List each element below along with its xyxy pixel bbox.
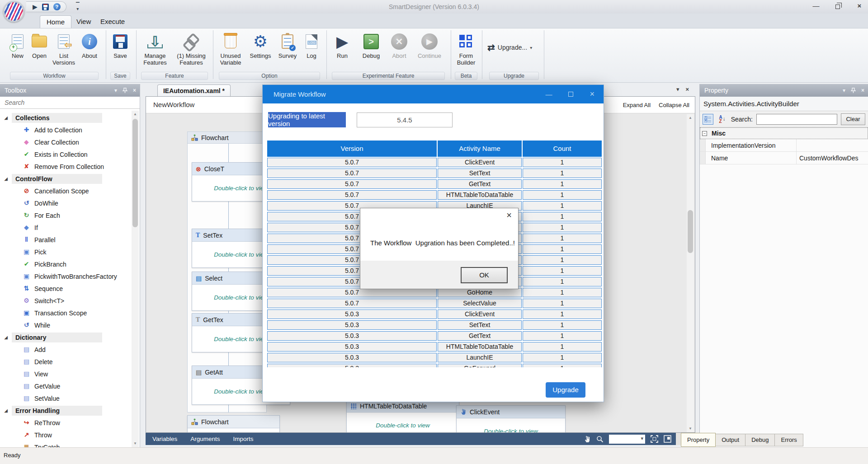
column-version[interactable]: Version bbox=[267, 141, 437, 157]
manage-features-button[interactable]: Manage Features bbox=[139, 30, 171, 66]
toolbox-item[interactable]: Throw bbox=[0, 429, 140, 441]
dialog-minimize-icon[interactable]: — bbox=[545, 85, 552, 103]
property-search-input[interactable] bbox=[756, 114, 837, 125]
toolbox-item[interactable]: Parallel bbox=[0, 234, 140, 246]
toolbox-item[interactable]: For Each bbox=[0, 209, 140, 221]
log-button[interactable]: Log bbox=[301, 30, 322, 59]
toolbox-item[interactable]: PickBranch bbox=[0, 258, 140, 270]
collapse-box-icon[interactable]: − bbox=[702, 131, 707, 136]
close-icon[interactable]: × bbox=[133, 84, 136, 97]
variables-button[interactable]: Variables bbox=[152, 436, 177, 442]
tab-errors[interactable]: Errors bbox=[774, 434, 803, 446]
toolbox-item[interactable]: SetValue bbox=[0, 392, 140, 404]
toolbox-item[interactable]: Transaction Scope bbox=[0, 307, 140, 319]
sort-alphabetical-button[interactable]: AZ↓ bbox=[717, 114, 727, 125]
tab-view[interactable]: View bbox=[70, 15, 97, 28]
toolbox-item[interactable]: GetValue bbox=[0, 380, 140, 392]
pin-icon[interactable] bbox=[851, 88, 856, 94]
open-button[interactable]: Open bbox=[29, 30, 50, 59]
column-count[interactable]: Count bbox=[523, 141, 602, 157]
upgrade-dropdown-button[interactable]: Upgrade... ▾ bbox=[487, 42, 532, 53]
target-version-input[interactable]: 5.4.5 bbox=[357, 112, 453, 127]
dialog-maximize-icon[interactable] bbox=[568, 92, 573, 97]
tab-debug[interactable]: Debug bbox=[745, 434, 775, 446]
toolbox-item[interactable]: If bbox=[0, 221, 140, 234]
canvas-scrollbar[interactable]: ▲ ▼ bbox=[687, 114, 694, 432]
app-logo[interactable] bbox=[3, 1, 24, 22]
zoom-level-select[interactable] bbox=[609, 435, 645, 444]
quick-run-icon[interactable] bbox=[33, 3, 38, 10]
fit-to-screen-icon[interactable] bbox=[651, 435, 658, 443]
toolbox-search[interactable] bbox=[0, 97, 140, 109]
pan-hand-icon[interactable] bbox=[584, 436, 591, 443]
activity-clickevent[interactable]: ClickEvent Double-click to view bbox=[456, 405, 566, 433]
clear-button[interactable]: Clear bbox=[841, 113, 865, 125]
pin-icon[interactable] bbox=[123, 88, 127, 94]
property-value-input[interactable] bbox=[796, 139, 868, 151]
minimize-icon[interactable]: — bbox=[810, 2, 822, 9]
toolbox-item[interactable]: DoWhile bbox=[0, 197, 140, 209]
restore-icon[interactable] bbox=[832, 2, 844, 9]
dialog-close-icon[interactable]: × bbox=[590, 85, 594, 103]
breadcrumb[interactable]: NewWorkflow bbox=[153, 101, 194, 108]
toolbox-item[interactable]: PickwithTwoBranchesFactory bbox=[0, 270, 140, 282]
category-misc[interactable]: − Misc bbox=[700, 127, 868, 139]
activity-htmltabletodatatable[interactable]: HTMLTableToDataTable Double-click to vie… bbox=[346, 399, 459, 433]
continue-button[interactable]: Continue bbox=[415, 30, 444, 59]
categorized-view-button[interactable] bbox=[703, 114, 713, 125]
unused-variable-button[interactable]: Unused Variable bbox=[216, 30, 245, 66]
category-dictionary[interactable]: ◢Dictionary bbox=[0, 331, 140, 343]
toolbox-item[interactable]: Sequence bbox=[0, 282, 140, 295]
arguments-button[interactable]: Arguments bbox=[190, 436, 220, 442]
toolbox-search-input[interactable] bbox=[0, 99, 140, 106]
category-collections[interactable]: ◢Collections bbox=[0, 112, 140, 124]
property-value-input[interactable]: CustomWorkflowDes bbox=[796, 152, 868, 164]
activity-flowchart[interactable]: Flowchart bbox=[187, 415, 280, 433]
customize-toolbar-icon[interactable]: ▔▾ bbox=[76, 3, 80, 11]
zoom-100-icon[interactable] bbox=[664, 435, 671, 443]
toolbox-item[interactable]: Clear Collection bbox=[0, 136, 140, 148]
missing-features-button[interactable]: (1) Missing Features bbox=[173, 30, 210, 66]
column-activity-name[interactable]: Activity Name bbox=[438, 141, 522, 157]
help-icon[interactable]: ? bbox=[53, 3, 61, 10]
save-button[interactable]: Save bbox=[109, 30, 131, 59]
list-versions-button[interactable]: List Versions bbox=[51, 30, 77, 66]
close-icon[interactable]: × bbox=[861, 84, 864, 97]
imports-button[interactable]: Imports bbox=[233, 436, 254, 442]
toolbox-item[interactable]: ReThrow bbox=[0, 417, 140, 429]
tab-property[interactable]: Property bbox=[681, 433, 716, 447]
close-document-icon[interactable]: × bbox=[686, 86, 689, 93]
toolbox-item[interactable]: Cancellation Scope bbox=[0, 185, 140, 197]
toolbox-item[interactable]: Delete bbox=[0, 356, 140, 368]
toolbox-item[interactable]: TryCatch bbox=[0, 441, 140, 447]
toolbox-item[interactable]: While bbox=[0, 319, 140, 331]
tab-home[interactable]: Home bbox=[40, 15, 71, 28]
toolbox-item[interactable]: Remove From Collection bbox=[0, 160, 140, 173]
quick-save-icon[interactable] bbox=[42, 4, 49, 10]
window-position-icon[interactable]: ▾ bbox=[114, 84, 117, 97]
toolbox-scrollbar[interactable]: ▲ ▼ bbox=[132, 111, 139, 447]
run-button[interactable]: Run bbox=[331, 30, 354, 59]
zoom-magnifier-icon[interactable] bbox=[596, 436, 604, 443]
expand-all-link[interactable]: Expand All bbox=[623, 102, 651, 108]
toolbox-item[interactable]: Exists in Collection bbox=[0, 148, 140, 160]
survey-button[interactable]: Survey bbox=[276, 30, 299, 59]
tab-list-icon[interactable]: ▾ bbox=[676, 86, 679, 93]
upgrade-button[interactable]: Upgrade bbox=[546, 382, 585, 398]
tab-output[interactable]: Output bbox=[715, 434, 745, 446]
collapse-all-link[interactable]: Collapse All bbox=[659, 102, 689, 108]
category-controlflow[interactable]: ◢ControlFlow bbox=[0, 173, 140, 185]
about-button[interactable]: i About bbox=[78, 30, 101, 59]
close-icon[interactable]: × bbox=[506, 210, 512, 220]
debug-button[interactable]: > Debug bbox=[359, 30, 383, 59]
toolbox-item[interactable]: Switch<T> bbox=[0, 295, 140, 307]
toolbox-item[interactable]: View bbox=[0, 368, 140, 380]
category-error-handling[interactable]: ◢Error Handling bbox=[0, 404, 140, 417]
window-position-icon[interactable]: ▾ bbox=[843, 84, 845, 97]
abort-button[interactable]: Abort bbox=[387, 30, 411, 59]
tab-execute[interactable]: Execute bbox=[94, 15, 131, 28]
toolbox-item[interactable]: Add bbox=[0, 343, 140, 356]
new-button[interactable]: New bbox=[7, 30, 28, 59]
document-tab[interactable]: IEAutomation.xaml * bbox=[157, 84, 231, 97]
settings-button[interactable]: Settings bbox=[247, 30, 274, 59]
